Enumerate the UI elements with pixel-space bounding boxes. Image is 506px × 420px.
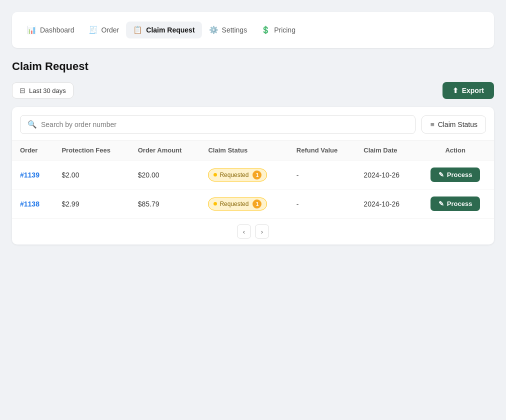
- status-badge-1: Requested 1: [208, 198, 267, 210]
- search-icon: 🔍: [28, 120, 37, 129]
- claim-status-filter-button[interactable]: ≡ Claim Status: [422, 116, 486, 134]
- col-action: Action: [416, 140, 494, 160]
- cell-order-amount-0: $20.00: [130, 160, 200, 190]
- main-content: Claim Request ⊟ Last 30 days ⬆ Export 🔍 …: [12, 60, 494, 244]
- export-button[interactable]: ⬆ Export: [442, 82, 494, 99]
- table-card: 🔍 ≡ Claim Status Order Protection Fees O…: [12, 107, 494, 244]
- dashboard-icon: 📊: [27, 26, 36, 34]
- col-order-amount: Order Amount: [130, 140, 200, 160]
- nav-settings-label: Settings: [222, 26, 248, 34]
- search-input-wrap[interactable]: 🔍: [20, 115, 416, 134]
- chevron-left-icon: ‹: [243, 228, 245, 236]
- search-filter-row: 🔍 ≡ Claim Status: [12, 107, 494, 140]
- nav-order-label: Order: [102, 26, 120, 34]
- cell-order-amount-1: $85.79: [130, 190, 200, 218]
- nav-pricing-label: Pricing: [274, 26, 296, 34]
- cell-action-0: ✎ Process: [416, 160, 494, 190]
- cell-action-1: ✎ Process: [416, 190, 494, 218]
- process-button-0[interactable]: ✎ Process: [430, 168, 480, 182]
- status-dot-0: [214, 173, 217, 176]
- cell-protection-fees-0: $2.00: [54, 160, 130, 190]
- order-link-0[interactable]: #1139: [20, 171, 40, 179]
- settings-icon: ⚙️: [209, 26, 218, 34]
- nav-settings[interactable]: ⚙️ Settings: [202, 22, 254, 38]
- table-row: #1138 $2.99 $85.79 Requested 1 - 2024-10…: [12, 190, 494, 218]
- nav-pricing[interactable]: 💲 Pricing: [254, 22, 302, 38]
- cell-protection-fees-1: $2.99: [54, 190, 130, 218]
- cell-claim-status-0: Requested 1: [200, 160, 288, 190]
- process-icon-1: ✎: [438, 200, 444, 208]
- search-input[interactable]: [41, 120, 408, 128]
- nav-order[interactable]: 🧾 Order: [82, 22, 126, 38]
- process-button-1[interactable]: ✎ Process: [430, 196, 480, 211]
- pagination-next-button[interactable]: ›: [255, 224, 269, 238]
- pagination-row: ‹ ›: [12, 218, 494, 244]
- calendar-icon: ⊟: [20, 86, 26, 94]
- table-row: #1139 $2.00 $20.00 Requested 1 - 2024-10…: [12, 160, 494, 190]
- cell-order-1: #1138: [12, 190, 54, 218]
- cell-claim-date-0: 2024-10-26: [356, 160, 416, 190]
- cell-claim-status-1: Requested 1: [200, 190, 288, 218]
- date-filter-label: Last 30 days: [29, 87, 66, 94]
- pagination-prev-button[interactable]: ‹: [237, 224, 251, 238]
- table-header-row: Order Protection Fees Order Amount Claim…: [12, 140, 494, 160]
- page-title: Claim Request: [12, 60, 494, 73]
- nav-dashboard-label: Dashboard: [40, 26, 74, 34]
- status-badge-0: Requested 1: [208, 168, 267, 182]
- status-dot-1: [214, 202, 217, 206]
- status-count-1: 1: [252, 200, 262, 208]
- cell-order-0: #1139: [12, 160, 54, 190]
- export-icon: ⬆: [452, 86, 458, 94]
- toolbar: ⊟ Last 30 days ⬆ Export: [12, 82, 494, 99]
- status-count-0: 1: [252, 170, 262, 180]
- cell-refund-value-1: -: [288, 190, 356, 218]
- col-refund-value: Refund Value: [288, 140, 356, 160]
- col-claim-date: Claim Date: [356, 140, 416, 160]
- cell-refund-value-0: -: [288, 160, 356, 190]
- col-claim-status: Claim Status: [200, 140, 288, 160]
- pricing-icon: 💲: [261, 26, 270, 34]
- process-icon-0: ✎: [438, 171, 444, 178]
- claims-table: Order Protection Fees Order Amount Claim…: [12, 140, 494, 218]
- claim-request-icon: 📋: [133, 26, 142, 34]
- order-link-1[interactable]: #1138: [20, 200, 40, 208]
- col-order: Order: [12, 140, 54, 160]
- cell-claim-date-1: 2024-10-26: [356, 190, 416, 218]
- nav-dashboard[interactable]: 📊 Dashboard: [20, 22, 82, 38]
- top-nav: 📊 Dashboard 🧾 Order 📋 Claim Request ⚙️ S…: [12, 12, 494, 48]
- col-protection-fees: Protection Fees: [54, 140, 130, 160]
- date-filter-button[interactable]: ⊟ Last 30 days: [12, 82, 74, 98]
- export-label: Export: [462, 86, 484, 94]
- nav-claim-request-label: Claim Request: [146, 26, 194, 34]
- order-icon: 🧾: [88, 26, 98, 34]
- chevron-right-icon: ›: [261, 228, 263, 236]
- nav-claim-request[interactable]: 📋 Claim Request: [126, 22, 202, 38]
- filter-lines-icon: ≡: [430, 120, 434, 128]
- claim-status-btn-label: Claim Status: [438, 120, 478, 128]
